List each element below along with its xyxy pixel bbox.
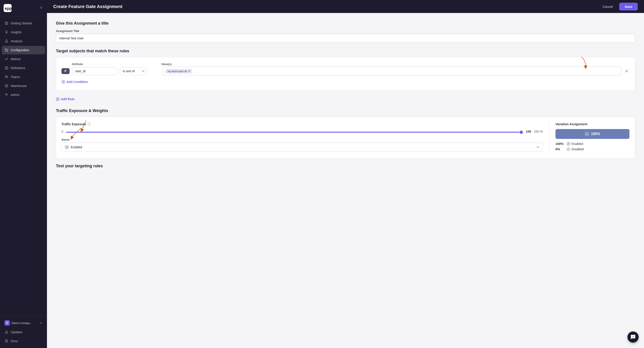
- sidebar-item-label: Updates: [11, 330, 22, 334]
- svg-point-43: [634, 336, 634, 337]
- content-area: Give this Assignment a title Assignment …: [47, 13, 644, 348]
- sidebar-item-docs[interactable]: Docs: [2, 337, 45, 345]
- svg-point-17: [6, 76, 7, 77]
- variation-bar: 100%: [556, 129, 630, 139]
- sidebar-item-label: Docs: [11, 339, 18, 343]
- attribute-column-label: Attribute: [72, 62, 116, 66]
- chat-icon: [630, 334, 636, 340]
- assignment-title-input[interactable]: [56, 34, 635, 42]
- assignment-title-section-header: Give this Assignment a title: [56, 21, 635, 26]
- topbar-actions: Cancel Save: [599, 3, 638, 10]
- definitions-icon: [4, 66, 8, 70]
- attribute-input[interactable]: [72, 67, 117, 75]
- sidebar-item-warehouse[interactable]: Warehouse: [2, 82, 45, 90]
- serve-chevron-icon: [537, 146, 539, 148]
- lightbulb-icon: [4, 30, 8, 34]
- sidebar-item-getting-started[interactable]: Getting Started: [2, 19, 45, 28]
- disabled-icon: [567, 148, 570, 151]
- plus-circle-rule-icon: [56, 97, 60, 101]
- remove-rule-button[interactable]: ✕: [624, 68, 630, 74]
- bell-icon: [4, 330, 8, 334]
- test-targeting-title: Test your targeting rules: [56, 164, 635, 168]
- enabled-icon: [567, 142, 570, 146]
- slider-container: [66, 130, 523, 134]
- sidebar-item-label: Teams: [11, 75, 20, 79]
- variation-name-enabled: Enabled: [567, 142, 583, 146]
- sidebar-footer: D Demo Compa... Updates Docs: [0, 316, 47, 348]
- list-icon: [4, 21, 8, 25]
- flask-icon: [4, 39, 8, 43]
- logo: eppo: [4, 4, 12, 12]
- info-icon: i: [88, 122, 91, 126]
- collapse-button[interactable]: [38, 5, 44, 11]
- metrics-icon: [4, 57, 8, 61]
- variation-pct-disabled: 0%: [556, 148, 564, 151]
- sidebar-item-insights[interactable]: Insights: [2, 28, 45, 36]
- svg-point-42: [633, 336, 633, 337]
- traffic-block: Traffic Exposure i: [56, 117, 635, 158]
- cancel-button[interactable]: Cancel: [599, 3, 616, 10]
- svg-point-21: [6, 342, 7, 342]
- operator-select[interactable]: is one ofis not one ofequalsnot equalsco…: [120, 67, 147, 75]
- main-area: Create Feature Gate Assignment Cancel Sa…: [47, 0, 644, 348]
- serve-label: Serve: [62, 138, 543, 141]
- variation-bar-icon: [585, 132, 589, 136]
- sidebar-item-updates[interactable]: Updates: [2, 328, 45, 336]
- slider-row: 0 100 100 %: [62, 130, 543, 134]
- teams-icon: [4, 75, 8, 79]
- sidebar-item-label: Admin: [11, 93, 20, 96]
- sidebar-header: eppo: [0, 0, 47, 16]
- sidebar-item-configuration[interactable]: Configuration: [2, 46, 45, 54]
- variation-name-label: Enabled: [572, 142, 583, 146]
- sidebar-item-definitions[interactable]: Definitions: [2, 64, 45, 72]
- traffic-left: Traffic Exposure i: [62, 122, 543, 153]
- company-selector[interactable]: D Demo Compa...: [2, 318, 45, 328]
- chat-bubble-button[interactable]: [628, 332, 639, 343]
- slider-min-label: 0: [62, 130, 63, 133]
- traffic-exposure-label: Traffic Exposure: [62, 122, 86, 126]
- warehouse-icon: [4, 84, 8, 88]
- tag-remove-button[interactable]: ✕: [188, 70, 190, 73]
- slider-pct: 100 %: [534, 130, 543, 133]
- serve-option-inner: Enabled: [65, 145, 82, 149]
- svg-rect-4: [5, 23, 8, 24]
- collapse-icon: [39, 6, 42, 10]
- if-badge: IF: [62, 68, 70, 74]
- sidebar-item-label: Warehouse: [11, 84, 26, 88]
- add-rule-label: Add Rule: [61, 97, 74, 101]
- sidebar-item-analysis[interactable]: Analysis: [2, 37, 45, 46]
- serve-select-display[interactable]: Enabled: [62, 143, 543, 152]
- variation-bar-value: 100%: [591, 132, 600, 136]
- variation-row-enabled: 100% Enabled: [556, 142, 630, 146]
- sidebar-item-teams[interactable]: Teams: [2, 73, 45, 81]
- sidebar-item-label: Configuration: [11, 48, 29, 52]
- rule-row: IF is one ofis not one ofequalsnot equal…: [62, 67, 630, 76]
- save-button[interactable]: Save: [619, 3, 638, 10]
- sidebar-item-admin[interactable]: Admin: [2, 90, 45, 99]
- sidebar: eppo Getting Started Insights: [0, 0, 47, 348]
- traffic-section-title: Traffic Exposure & Weights: [56, 108, 635, 113]
- add-rule-button[interactable]: Add Rule: [56, 96, 74, 102]
- sliders-icon: [4, 48, 8, 52]
- values-column-label: Value(s): [161, 62, 172, 66]
- help-icon: [4, 339, 8, 343]
- company-avatar: D: [4, 320, 10, 326]
- value-tag: my-test-user-id ✕: [165, 69, 192, 74]
- rules-block: Attribute Value(s) IF is one ofis not on…: [56, 57, 635, 90]
- sidebar-item-metrics[interactable]: Metrics: [2, 55, 45, 63]
- traffic-exposure-slider[interactable]: [66, 132, 523, 132]
- company-name: Demo Compa...: [12, 322, 38, 325]
- variation-pct-enabled: 100%: [556, 142, 564, 146]
- chevron-down-icon: [39, 322, 42, 324]
- sidebar-item-label: Analysis: [11, 39, 22, 43]
- values-input[interactable]: my-test-user-id ✕: [163, 67, 621, 76]
- svg-point-18: [7, 76, 8, 77]
- variation-name-disabled: Disabled: [567, 148, 584, 151]
- exposure-header: Traffic Exposure i: [62, 122, 543, 126]
- assignment-title-label: Assignment Title: [56, 29, 635, 33]
- variation-assignment: Variation Assignment 100% 100%: [549, 122, 630, 153]
- topbar: Create Feature Gate Assignment Cancel Sa…: [47, 0, 644, 13]
- add-condition-button[interactable]: Add Condition: [62, 79, 88, 85]
- svg-point-33: [586, 133, 588, 135]
- variation-title: Variation Assignment: [556, 122, 630, 126]
